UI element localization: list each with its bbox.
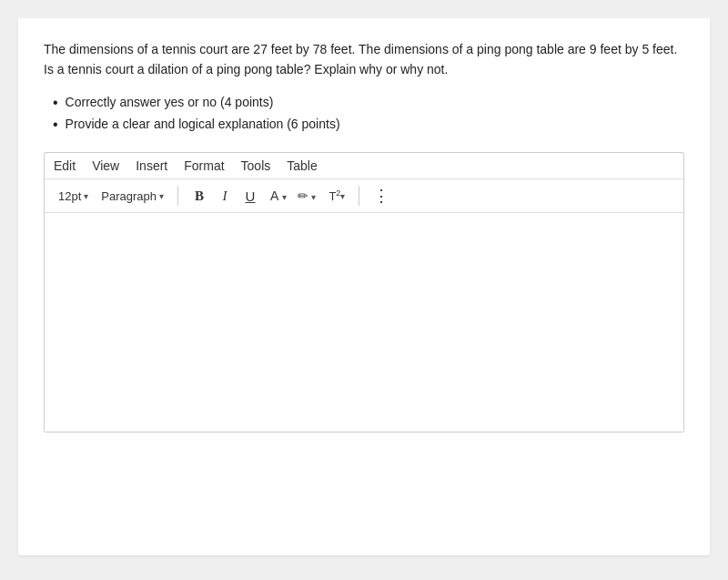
page-container: The dimensions of a tennis court are 27 … xyxy=(18,18,710,555)
editor-content[interactable] xyxy=(45,213,683,432)
menu-table[interactable]: Table xyxy=(287,158,317,173)
menu-tools[interactable]: Tools xyxy=(241,158,271,173)
bullet-text-1: Correctly answer yes or no (4 points) xyxy=(66,92,274,114)
format-group: B I U xyxy=(187,184,262,208)
superscript-group: T2 ▾ xyxy=(324,184,349,208)
menu-bar: Edit View Insert Format Tools Table xyxy=(45,153,683,179)
more-options-button[interactable]: ⋮ xyxy=(369,184,393,208)
font-size-label: 12pt xyxy=(58,189,81,203)
paragraph-dropdown[interactable]: Paragraph ▾ xyxy=(96,184,168,208)
menu-edit[interactable]: Edit xyxy=(54,158,76,173)
toolbar-divider-2 xyxy=(359,186,359,206)
underline-button[interactable]: U xyxy=(238,184,262,208)
italic-button[interactable]: I xyxy=(213,184,237,208)
bold-button[interactable]: B xyxy=(187,184,211,208)
menu-format[interactable]: Format xyxy=(184,158,224,173)
superscript-icon: T2 xyxy=(329,188,340,203)
paragraph-label: Paragraph xyxy=(101,189,157,203)
menu-insert[interactable]: Insert xyxy=(136,158,167,173)
font-color-icon: A ▾ xyxy=(270,188,286,203)
underline-icon: U xyxy=(246,188,256,204)
question-text: The dimensions of a tennis court are 27 … xyxy=(44,40,684,79)
superscript-button[interactable]: T2 ▾ xyxy=(324,184,349,208)
list-item-1: Correctly answer yes or no (4 points) xyxy=(53,92,684,114)
font-size-dropdown[interactable]: 12pt ▾ xyxy=(54,184,93,208)
toolbar: 12pt ▾ Paragraph ▾ B I U xyxy=(45,179,683,213)
font-color-button[interactable]: A ▾ xyxy=(266,184,290,208)
font-size-group: 12pt ▾ xyxy=(54,184,93,208)
editor-wrapper: Edit View Insert Format Tools Table 12pt… xyxy=(44,152,684,432)
font-size-chevron: ▾ xyxy=(84,191,88,201)
highlight-icon: ✏ ▾ xyxy=(298,188,317,203)
paragraph-chevron: ▾ xyxy=(159,191,164,201)
toolbar-divider-1 xyxy=(177,186,178,206)
list-item-2: Provide a clear and logical explanation … xyxy=(53,114,684,136)
color-group: A ▾ ✏ ▾ xyxy=(266,184,320,208)
more-icon: ⋮ xyxy=(373,186,389,206)
bullet-text-2: Provide a clear and logical explanation … xyxy=(66,114,340,136)
paragraph-group: Paragraph ▾ xyxy=(96,184,168,208)
highlight-button[interactable]: ✏ ▾ xyxy=(293,184,321,208)
bullet-list: Correctly answer yes or no (4 points) Pr… xyxy=(53,92,684,136)
italic-icon: I xyxy=(223,188,228,204)
menu-view[interactable]: View xyxy=(92,158,119,173)
bold-icon: B xyxy=(195,188,204,204)
